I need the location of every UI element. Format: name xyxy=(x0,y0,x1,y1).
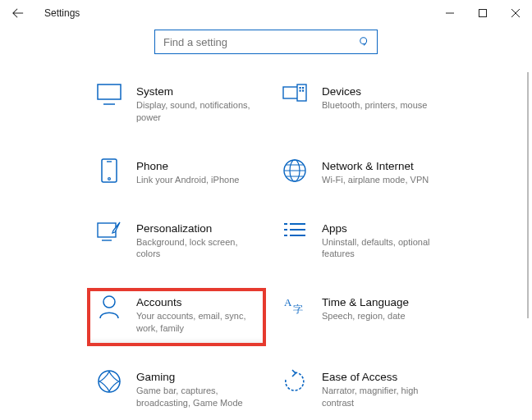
item-desc: Game bar, captures, broadcasting, Game M… xyxy=(136,385,258,409)
settings-item-phone[interactable]: Phone Link your Android, iPhone xyxy=(90,155,263,194)
back-button[interactable] xyxy=(8,3,28,23)
svg-rect-8 xyxy=(302,90,304,92)
item-desc: Bluetooth, printers, mouse xyxy=(322,99,427,112)
ease-of-access-icon xyxy=(281,369,309,394)
settings-item-apps[interactable]: Apps Uninstall, defaults, optional featu… xyxy=(276,217,448,269)
svg-rect-9 xyxy=(102,159,117,182)
accounts-icon xyxy=(95,294,123,319)
item-title: Phone xyxy=(136,160,239,172)
svg-point-1 xyxy=(360,38,367,44)
scrollbar[interactable] xyxy=(527,72,529,318)
phone-icon xyxy=(95,158,123,183)
titlebar: Settings xyxy=(0,0,532,26)
svg-text:A: A xyxy=(284,296,292,308)
settings-item-network[interactable]: Network & Internet Wi-Fi, airplane mode,… xyxy=(276,155,448,194)
item-title: Accounts xyxy=(136,296,258,308)
settings-item-time-language[interactable]: A字 Time & Language Speech, region, date xyxy=(276,291,448,343)
item-desc: Background, lock screen, colors xyxy=(136,236,258,261)
maximize-button[interactable] xyxy=(466,0,499,26)
svg-rect-4 xyxy=(297,84,306,101)
minimize-button[interactable] xyxy=(433,0,466,26)
search-input[interactable] xyxy=(162,35,359,49)
svg-rect-2 xyxy=(98,84,121,99)
settings-item-personalization[interactable]: Personalization Background, lock screen,… xyxy=(90,217,263,269)
svg-rect-0 xyxy=(479,10,487,17)
apps-icon xyxy=(281,221,309,242)
item-desc: Your accounts, email, sync, work, family xyxy=(136,310,258,335)
item-desc: Wi-Fi, airplane mode, VPN xyxy=(322,174,429,186)
svg-point-17 xyxy=(99,371,120,392)
item-title: Personalization xyxy=(136,222,258,235)
settings-item-system[interactable]: System Display, sound, notifications, po… xyxy=(90,80,263,132)
time-language-icon: A字 xyxy=(281,294,309,317)
item-title: Gaming xyxy=(136,371,258,383)
item-title: Apps xyxy=(322,222,443,235)
svg-point-10 xyxy=(108,177,111,180)
item-title: Time & Language xyxy=(322,296,409,308)
svg-text:字: 字 xyxy=(293,304,303,315)
svg-rect-6 xyxy=(302,87,304,89)
system-icon xyxy=(95,84,123,105)
settings-item-gaming[interactable]: Gaming Game bar, captures, broadcasting,… xyxy=(90,366,263,418)
item-desc: Speech, region, date xyxy=(322,310,409,322)
svg-rect-5 xyxy=(300,87,301,89)
settings-item-devices[interactable]: Devices Bluetooth, printers, mouse xyxy=(276,80,448,132)
window-title: Settings xyxy=(44,7,80,19)
item-desc: Display, sound, notifications, power xyxy=(136,99,258,124)
item-desc: Uninstall, defaults, optional features xyxy=(322,236,443,261)
svg-rect-7 xyxy=(300,90,301,92)
search-box[interactable] xyxy=(154,30,378,54)
close-button[interactable] xyxy=(499,0,532,26)
item-title: System xyxy=(136,85,258,98)
gaming-icon xyxy=(95,369,123,394)
settings-item-ease-of-access[interactable]: Ease of Access Narrator, magnifier, high… xyxy=(276,366,448,418)
item-title: Devices xyxy=(322,85,427,98)
devices-icon xyxy=(281,84,309,105)
settings-item-accounts[interactable]: Accounts Your accounts, email, sync, wor… xyxy=(90,291,263,343)
item-title: Network & Internet xyxy=(322,160,429,172)
item-desc: Link your Android, iPhone xyxy=(136,174,239,186)
settings-grid: System Display, sound, notifications, po… xyxy=(0,61,532,418)
personalization-icon xyxy=(95,221,123,244)
item-desc: Narrator, magnifier, high contrast xyxy=(322,385,443,409)
search-icon xyxy=(359,36,370,48)
network-icon xyxy=(281,158,309,183)
item-title: Ease of Access xyxy=(322,371,443,383)
svg-point-14 xyxy=(103,296,115,308)
